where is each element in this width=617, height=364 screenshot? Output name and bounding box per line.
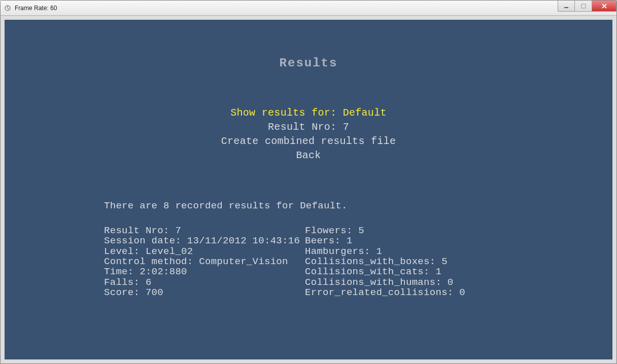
- close-button[interactable]: [592, 1, 616, 12]
- results-menu: Show results for: Default Result Nro: 7 …: [221, 106, 396, 163]
- show-results-for-label: Show results for:: [230, 107, 342, 119]
- result-details: Result Nro: 7 Session date: 13/11/2012 1…: [104, 226, 465, 298]
- maximize-icon: [581, 4, 586, 9]
- app-window: Frame Rate: 60 Results Show results for:…: [0, 0, 617, 364]
- window-buttons: [558, 1, 616, 15]
- result-nro-value: 7: [343, 121, 349, 133]
- svg-rect-2: [581, 4, 586, 8]
- back-option[interactable]: Back: [221, 149, 396, 163]
- close-icon: [601, 3, 607, 9]
- titlebar-left: Frame Rate: 60: [4, 4, 57, 12]
- maximize-button[interactable]: [575, 1, 592, 12]
- details-column-left: Result Nro: 7 Session date: 13/11/2012 1…: [104, 226, 305, 298]
- details-column-right: Flowers: 5 Beers: 1 Hamburgers: 1 Collis…: [305, 226, 465, 298]
- client-area: Results Show results for: Default Result…: [1, 16, 616, 363]
- app-icon: [4, 4, 12, 12]
- show-results-for-value: Default: [343, 107, 387, 119]
- summary-text: There are 8 recorded results for Default…: [104, 200, 348, 211]
- titlebar: Frame Rate: 60: [1, 1, 616, 16]
- show-results-for-option[interactable]: Show results for: Default: [221, 106, 396, 120]
- page-title: Results: [280, 56, 338, 70]
- create-combined-option[interactable]: Create combined results file: [221, 134, 396, 149]
- minimize-icon: [564, 4, 569, 9]
- game-results-screen: Results Show results for: Default Result…: [5, 20, 612, 359]
- result-nro-label: Result Nro:: [268, 121, 343, 133]
- result-nro-option[interactable]: Result Nro: 7: [221, 120, 396, 134]
- window-title: Frame Rate: 60: [15, 5, 57, 12]
- minimize-button[interactable]: [558, 1, 575, 12]
